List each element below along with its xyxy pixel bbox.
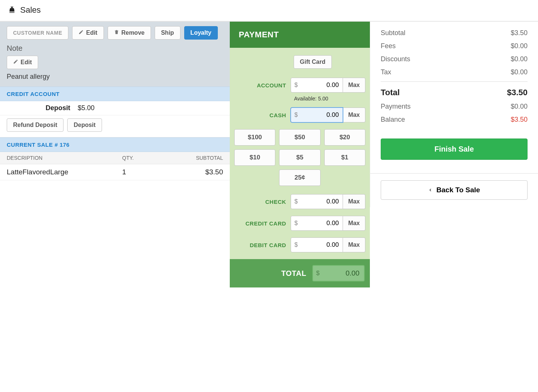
- cash-label: CASH: [234, 112, 286, 118]
- sale-table-header: DESCRIPTION QTY. SUBTOTAL: [0, 152, 230, 164]
- payment-heading: PAYMENT: [230, 22, 370, 48]
- edit-note-button[interactable]: Edit: [7, 56, 38, 69]
- account-available: Available: 5.00: [234, 96, 365, 102]
- balance-value: $3.50: [511, 116, 528, 124]
- app-header: Sales: [0, 0, 538, 22]
- col-qty: QTY.: [122, 155, 163, 161]
- discounts-label: Discounts: [381, 55, 410, 63]
- quick-25c-button[interactable]: 25¢: [279, 169, 320, 186]
- check-max-button[interactable]: Max: [343, 194, 365, 209]
- gift-card-button[interactable]: Gift Card: [294, 55, 332, 69]
- remove-customer-button[interactable]: Remove: [108, 26, 151, 40]
- chevron-left-icon: [428, 186, 433, 194]
- account-max-button[interactable]: Max: [343, 78, 365, 93]
- total-label: Total: [381, 88, 400, 97]
- account-input[interactable]: [291, 78, 343, 93]
- quick-1-button[interactable]: $1: [324, 149, 365, 166]
- ship-button[interactable]: Ship: [155, 26, 180, 40]
- quick-100-button[interactable]: $100: [234, 129, 275, 146]
- credit-card-max-button[interactable]: Max: [343, 216, 365, 231]
- refund-deposit-button[interactable]: Refund Deposit: [7, 118, 64, 132]
- edit-customer-label: Edit: [86, 29, 97, 36]
- col-description: DESCRIPTION: [7, 155, 122, 161]
- fees-value: $0.00: [511, 42, 528, 50]
- cash-register-icon: [8, 6, 16, 15]
- finish-sale-button[interactable]: Finish Sale: [381, 139, 528, 160]
- deposit-label: Deposit: [7, 104, 78, 112]
- cash-input[interactable]: [291, 108, 343, 122]
- quick-20-button[interactable]: $20: [324, 129, 365, 146]
- debit-card-label: DEBIT CARD: [234, 242, 286, 248]
- sale-item-description: LatteFlavoredLarge: [7, 168, 122, 176]
- payments-label: Payments: [381, 103, 411, 111]
- subtotal-label: Subtotal: [381, 29, 405, 37]
- debit-card-max-button[interactable]: Max: [343, 237, 365, 252]
- remove-customer-label: Remove: [121, 29, 145, 36]
- current-sale-heading: CURRENT SALE # 176: [0, 137, 230, 152]
- sale-panel: CUSTOMER NAME Edit Remove Ship Loyalty N…: [0, 22, 230, 180]
- quick-cash-grid: $100 $50 $20 $10 $5 $1 25¢: [234, 129, 365, 186]
- tax-value: $0.00: [511, 68, 528, 76]
- check-label: CHECK: [234, 199, 286, 205]
- quick-5-button[interactable]: $5: [279, 149, 320, 166]
- payment-total-value: [312, 265, 365, 281]
- credit-card-input[interactable]: [291, 216, 343, 231]
- back-to-sale-button[interactable]: Back To Sale: [381, 180, 528, 200]
- back-to-sale-label: Back To Sale: [436, 186, 480, 194]
- customer-box: CUSTOMER NAME Edit Remove Ship Loyalty N…: [0, 22, 230, 87]
- total-value: $3.50: [507, 88, 528, 97]
- customer-name-button[interactable]: CUSTOMER NAME: [7, 26, 68, 40]
- deposit-button[interactable]: Deposit: [67, 118, 102, 132]
- edit-customer-button[interactable]: Edit: [72, 26, 103, 40]
- pencil-icon: [13, 59, 18, 66]
- sale-item-subtotal: $3.50: [163, 168, 223, 176]
- quick-10-button[interactable]: $10: [234, 149, 275, 166]
- note-text: Peanut allergy: [7, 73, 223, 81]
- note-heading: Note: [7, 44, 223, 53]
- payment-total-label: TOTAL: [235, 269, 306, 278]
- debit-card-input[interactable]: [291, 237, 343, 252]
- quick-50-button[interactable]: $50: [279, 129, 320, 146]
- sale-item-qty: 1: [122, 168, 163, 176]
- right-divider: [370, 173, 538, 174]
- account-label: ACCOUNT: [234, 82, 286, 88]
- page-title: Sales: [20, 5, 41, 15]
- loyalty-button[interactable]: Loyalty: [184, 26, 218, 40]
- pencil-icon: [78, 29, 84, 36]
- balance-label: Balance: [381, 116, 405, 124]
- credit-card-label: CREDIT CARD: [234, 220, 286, 227]
- payments-value: $0.00: [511, 103, 528, 111]
- cash-max-button[interactable]: Max: [343, 108, 365, 122]
- summary-panel: Subtotal$3.50 Fees$0.00 Discounts$0.00 T…: [370, 22, 538, 207]
- payment-total-row: TOTAL: [230, 259, 370, 287]
- edit-note-label: Edit: [21, 59, 32, 66]
- subtotal-value: $3.50: [511, 29, 528, 37]
- sale-row[interactable]: LatteFlavoredLarge 1 $3.50: [0, 164, 230, 180]
- payment-panel: PAYMENT Gift Card ACCOUNT Max Available:…: [230, 22, 370, 287]
- deposit-line: Deposit $5.00: [0, 101, 230, 115]
- credit-account-heading: CREDIT ACCOUNT: [0, 87, 230, 101]
- deposit-amount: $5.00: [78, 104, 149, 112]
- check-input[interactable]: [291, 194, 343, 209]
- discounts-value: $0.00: [511, 55, 528, 63]
- trash-icon: [114, 29, 119, 36]
- tax-label: Tax: [381, 68, 391, 76]
- col-subtotal: SUBTOTAL: [163, 155, 223, 161]
- fees-label: Fees: [381, 42, 396, 50]
- summary-divider: [381, 81, 528, 82]
